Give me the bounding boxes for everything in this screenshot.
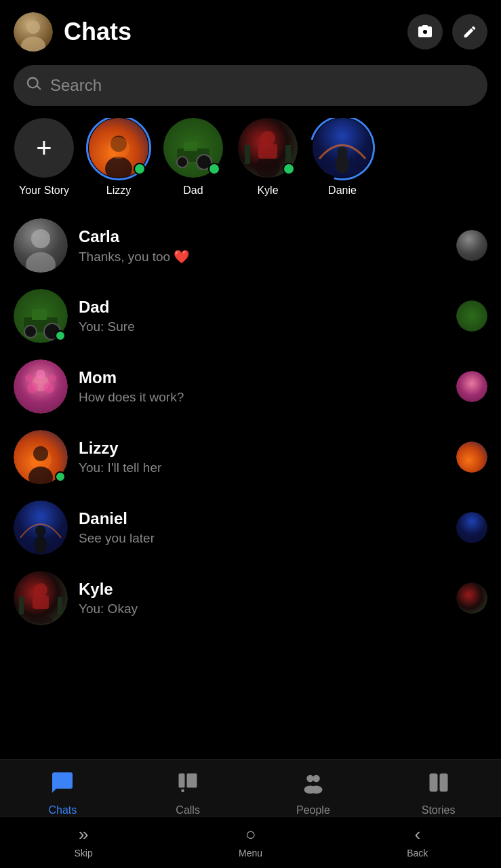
- chat-preview-kyle: You: Okay: [79, 601, 456, 616]
- svg-point-41: [34, 583, 47, 597]
- svg-point-49: [313, 775, 320, 783]
- online-dot-lizzy: [134, 163, 146, 175]
- online-dot-dad-chat: [55, 330, 66, 341]
- svg-rect-52: [429, 774, 437, 792]
- search-bar[interactable]: Search: [14, 65, 487, 106]
- nav-item-chats[interactable]: Chats: [22, 770, 103, 816]
- story-ring-danie: [298, 118, 386, 193]
- header-icons: [407, 14, 487, 50]
- svg-point-40: [28, 616, 53, 624]
- chat-avatar-wrap-carla: [14, 218, 68, 273]
- story-item-lizzy[interactable]: Lizzy: [81, 118, 156, 197]
- chat-thumb-kyle: [456, 583, 487, 614]
- camera-button[interactable]: [407, 14, 443, 50]
- svg-point-23: [31, 229, 50, 248]
- chat-list: Carla Thanks, you too ❤️ Dad: [0, 210, 501, 633]
- online-dot-kyle: [283, 163, 295, 175]
- chat-info-dad: Dad You: Sure: [79, 298, 456, 334]
- nav-label-calls: Calls: [176, 804, 200, 816]
- svg-point-31: [43, 382, 54, 393]
- story-avatar-danie: [313, 118, 372, 178]
- chat-thumb-daniel: [456, 512, 487, 543]
- chat-info-lizzy: Lizzy You: I'll tell her: [79, 439, 456, 475]
- svg-point-10: [177, 157, 188, 167]
- header: Chats: [0, 0, 501, 58]
- chat-item-daniel[interactable]: Daniel See you later: [7, 492, 494, 563]
- story-avatar-lizzy: [89, 118, 148, 178]
- chat-circle-daniel: [14, 500, 68, 555]
- chat-avatar-wrap-daniel: [14, 500, 68, 555]
- chat-thumb-lizzy: [456, 441, 487, 473]
- chat-info-mom: Mom How does it work?: [79, 368, 456, 405]
- svg-rect-18: [285, 145, 291, 164]
- chat-info-carla: Carla Thanks, you too ❤️: [79, 227, 456, 264]
- chat-item-mom[interactable]: Mom How does it work?: [7, 351, 494, 422]
- search-icon: [27, 76, 42, 95]
- svg-point-38: [35, 526, 46, 536]
- story-avatar-dad: [163, 118, 223, 178]
- your-story-label: Your Story: [19, 184, 69, 197]
- svg-point-14: [256, 156, 280, 178]
- svg-point-34: [48, 374, 56, 382]
- nav-label-chats: Chats: [48, 804, 77, 816]
- chat-name-kyle: Kyle: [79, 580, 456, 599]
- search-placeholder: Search: [50, 76, 102, 95]
- svg-point-36: [28, 467, 53, 484]
- svg-point-1: [26, 20, 40, 34]
- svg-point-37: [33, 446, 48, 461]
- nav-label-stories: Stories: [422, 804, 456, 816]
- nav-item-people[interactable]: People: [273, 770, 354, 816]
- user-avatar[interactable]: [14, 12, 53, 52]
- story-label-dad: Dad: [183, 184, 203, 197]
- chat-thumb-mom: [456, 371, 487, 402]
- chat-info-kyle: Kyle You: Okay: [79, 580, 456, 616]
- svg-rect-43: [19, 597, 24, 614]
- chat-avatar-kyle: [14, 571, 68, 625]
- chat-preview-mom: How does it work?: [79, 390, 456, 405]
- nav-item-calls[interactable]: Calls: [147, 770, 228, 816]
- svg-point-15: [260, 131, 275, 146]
- chat-thumb-carla: [456, 230, 487, 261]
- chat-item-dad[interactable]: Dad You: Sure: [7, 281, 494, 351]
- sys-nav-menu[interactable]: ○ Menu: [216, 824, 284, 859]
- back-icon: ‹: [414, 824, 420, 845]
- people-icon: [301, 770, 325, 800]
- svg-point-48: [306, 775, 314, 783]
- chat-avatar-wrap-lizzy: [14, 430, 68, 484]
- story-item-danie[interactable]: Danie: [305, 118, 380, 197]
- nav-item-stories[interactable]: Stories: [398, 770, 479, 816]
- edit-button[interactable]: [452, 14, 487, 50]
- sys-nav-back[interactable]: ‹ Back: [384, 824, 452, 859]
- chat-preview-dad: You: Sure: [79, 319, 456, 334]
- menu-icon: ○: [245, 824, 256, 845]
- story-label-kyle: Kyle: [257, 184, 278, 197]
- story-label-lizzy: Lizzy: [106, 184, 131, 197]
- svg-point-24: [26, 252, 56, 273]
- story-avatar-kyle: [238, 118, 298, 178]
- svg-point-30: [27, 382, 38, 393]
- chat-avatar-wrap-dad: [14, 289, 68, 343]
- chat-name-mom: Mom: [79, 368, 456, 387]
- chat-avatar-wrap-kyle: [14, 571, 68, 625]
- chat-item-carla[interactable]: Carla Thanks, you too ❤️: [7, 210, 494, 281]
- svg-rect-45: [179, 774, 185, 788]
- page-title: Chats: [64, 18, 407, 46]
- chat-name-carla: Carla: [79, 227, 456, 246]
- chat-item-lizzy[interactable]: Lizzy You: I'll tell her: [7, 422, 494, 492]
- svg-rect-28: [32, 309, 47, 320]
- calls-icon: [176, 770, 200, 800]
- nav-label-people: People: [296, 804, 330, 816]
- chat-item-kyle[interactable]: Kyle You: Okay: [7, 563, 494, 633]
- sys-nav-skip[interactable]: » Skip: [49, 824, 117, 859]
- chat-avatar-daniel: [14, 500, 68, 555]
- chat-name-lizzy: Lizzy: [79, 439, 456, 458]
- your-story-item[interactable]: + Your Story: [7, 118, 81, 197]
- story-item-dad[interactable]: Dad: [156, 118, 231, 197]
- online-dot-dad: [208, 163, 220, 175]
- chat-preview-daniel: See you later: [79, 531, 456, 546]
- svg-rect-44: [58, 597, 62, 614]
- chat-preview-lizzy: You: I'll tell her: [79, 460, 456, 475]
- add-story-button[interactable]: +: [14, 118, 74, 178]
- story-item-kyle[interactable]: Kyle: [231, 118, 305, 197]
- chat-info-daniel: Daniel See you later: [79, 509, 456, 546]
